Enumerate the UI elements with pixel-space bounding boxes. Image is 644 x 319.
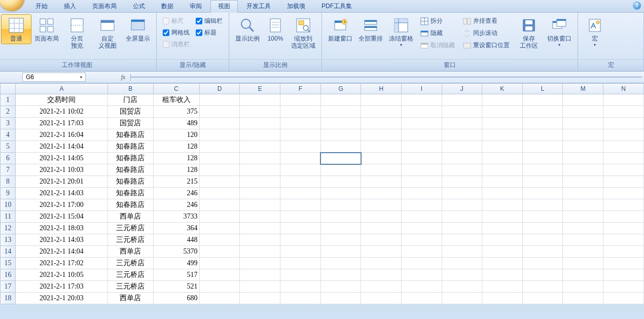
cell[interactable]: [402, 211, 442, 223]
cell[interactable]: [320, 211, 361, 223]
cell[interactable]: [199, 164, 240, 176]
cell[interactable]: [199, 269, 240, 281]
cell[interactable]: 国贸店: [108, 118, 153, 129]
cell[interactable]: [280, 281, 321, 293]
cell[interactable]: 120: [153, 129, 199, 141]
cell[interactable]: 128: [153, 141, 199, 153]
cell[interactable]: [280, 153, 321, 164]
cell[interactable]: [320, 258, 361, 269]
row-header-8[interactable]: 8: [1, 176, 16, 188]
row-header-13[interactable]: 13: [1, 234, 16, 246]
col-header-A[interactable]: A: [16, 84, 108, 94]
cell[interactable]: [240, 164, 280, 176]
cell[interactable]: [199, 118, 240, 129]
cell[interactable]: 知春路店: [108, 129, 153, 141]
save-workspace-button[interactable]: 保存 工作区: [514, 14, 544, 51]
formulabar-checkbox[interactable]: 编辑栏: [196, 17, 223, 25]
cell[interactable]: 375: [153, 106, 199, 118]
cell[interactable]: [482, 246, 523, 258]
name-box[interactable]: ▼: [22, 73, 86, 82]
cell[interactable]: [603, 293, 644, 304]
cell[interactable]: 知春路店: [108, 164, 153, 176]
cell[interactable]: [482, 153, 523, 164]
cell[interactable]: [442, 176, 482, 188]
cell[interactable]: [402, 269, 442, 281]
col-header-E[interactable]: E: [240, 84, 280, 94]
cell[interactable]: [522, 246, 563, 258]
row-header-16[interactable]: 16: [1, 269, 16, 281]
cell[interactable]: 三元桥店: [108, 258, 153, 269]
cell[interactable]: [442, 118, 482, 129]
cell[interactable]: [522, 176, 563, 188]
cell[interactable]: [320, 269, 361, 281]
cell[interactable]: [361, 281, 402, 293]
cell[interactable]: [522, 106, 563, 118]
cell[interactable]: [563, 234, 603, 246]
cell[interactable]: [442, 281, 482, 293]
cell[interactable]: [280, 118, 321, 129]
cell[interactable]: [402, 141, 442, 153]
cell[interactable]: 364: [153, 223, 199, 234]
cell[interactable]: [199, 141, 240, 153]
cell[interactable]: 2021-2-1 17:03: [16, 118, 108, 129]
cell[interactable]: [603, 164, 644, 176]
cell[interactable]: [522, 118, 563, 129]
cell[interactable]: [199, 223, 240, 234]
cell[interactable]: [199, 281, 240, 293]
cell[interactable]: 门店: [108, 94, 153, 106]
cell[interactable]: [563, 176, 603, 188]
cell[interactable]: [240, 199, 280, 211]
col-header-K[interactable]: K: [482, 84, 523, 94]
cell[interactable]: [563, 106, 603, 118]
cell[interactable]: [320, 176, 361, 188]
cell[interactable]: [603, 141, 644, 153]
cell[interactable]: [240, 176, 280, 188]
cell[interactable]: 2021-2-1 20:01: [16, 176, 108, 188]
cell[interactable]: [361, 118, 402, 129]
col-header-I[interactable]: I: [402, 84, 442, 94]
cell[interactable]: [280, 234, 321, 246]
cell[interactable]: [522, 223, 563, 234]
cell[interactable]: [361, 293, 402, 304]
cell[interactable]: [280, 223, 321, 234]
cell[interactable]: [482, 129, 523, 141]
cell[interactable]: [482, 258, 523, 269]
cell[interactable]: [280, 129, 321, 141]
headings-checkbox[interactable]: 标题: [196, 28, 223, 37]
cell[interactable]: [361, 258, 402, 269]
cell[interactable]: [603, 234, 644, 246]
cell[interactable]: [442, 164, 482, 176]
cell[interactable]: 2021-2-1 18:03: [16, 223, 108, 234]
page-break-preview-button[interactable]: 分页 预览: [62, 14, 92, 51]
cell[interactable]: 2021-2-1 15:04: [16, 211, 108, 223]
cell[interactable]: [280, 141, 321, 153]
cell[interactable]: [563, 281, 603, 293]
cell[interactable]: [361, 188, 402, 199]
cell[interactable]: [320, 246, 361, 258]
cell[interactable]: [442, 223, 482, 234]
macros-button[interactable]: 宏 ▼: [581, 14, 609, 49]
cell[interactable]: 128: [153, 153, 199, 164]
cell[interactable]: [199, 153, 240, 164]
cell[interactable]: [402, 199, 442, 211]
cell[interactable]: [522, 258, 563, 269]
cell[interactable]: [563, 211, 603, 223]
cell[interactable]: [280, 94, 321, 106]
cell[interactable]: [522, 269, 563, 281]
cell[interactable]: [603, 129, 644, 141]
cell[interactable]: [563, 153, 603, 164]
col-header-H[interactable]: H: [361, 84, 402, 94]
cell[interactable]: [563, 258, 603, 269]
cell[interactable]: [603, 153, 644, 164]
cell[interactable]: [240, 141, 280, 153]
row-header-18[interactable]: 18: [1, 293, 16, 304]
cell[interactable]: 2021-2-1 17:00: [16, 199, 108, 211]
cell[interactable]: [442, 106, 482, 118]
cell[interactable]: [522, 199, 563, 211]
cell[interactable]: [442, 293, 482, 304]
cell[interactable]: [199, 234, 240, 246]
cell[interactable]: 521: [153, 281, 199, 293]
cell[interactable]: [199, 199, 240, 211]
cell[interactable]: [442, 153, 482, 164]
cell[interactable]: [320, 293, 361, 304]
